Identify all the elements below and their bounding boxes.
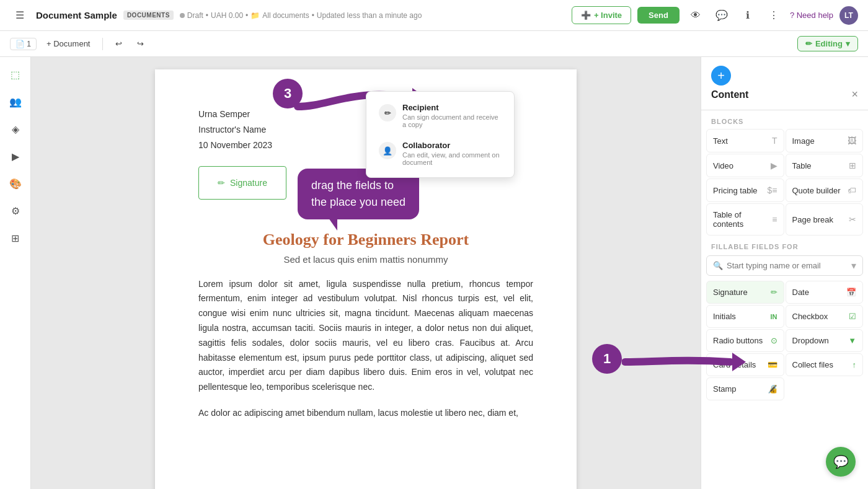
recipient-desc: Can sign document and receive a copy <box>402 113 502 128</box>
add-block-button[interactable]: + <box>711 66 731 86</box>
dropdown-recipient[interactable]: ✏ Recipient Can sign document and receiv… <box>371 97 509 134</box>
block-toc-label: Table of contents <box>713 210 772 229</box>
avatar: LT <box>839 6 858 25</box>
send-button[interactable]: Send <box>637 7 680 24</box>
block-text[interactable]: Text T <box>706 129 784 152</box>
block-image[interactable]: Image 🖼 <box>786 129 864 152</box>
block-page-break[interactable]: Page break ✂ <box>786 203 864 236</box>
block-table-label: Table <box>792 161 812 170</box>
toolbar-left: 📄 1 + Document ↩ ↪ <box>10 37 792 51</box>
field-checkbox-label: Checkbox <box>792 312 828 321</box>
block-quote-builder[interactable]: Quote builder 🏷 <box>786 178 864 202</box>
dropdown-arrow-icon: ▾ <box>851 260 856 271</box>
block-toc[interactable]: Table of contents ≡ <box>706 203 784 236</box>
field-signature-icon: ✏ <box>771 288 777 297</box>
block-image-label: Image <box>792 136 815 146</box>
chevron-down-icon: ▾ <box>846 39 850 48</box>
doc-body-p1: Lorem ipsum dolor sit amet, ligula suspe… <box>198 277 533 395</box>
fillable-search-input[interactable] <box>727 261 848 270</box>
editing-button[interactable]: ✏ Editing ▾ <box>797 36 858 51</box>
panel-close-button[interactable]: × <box>851 88 858 101</box>
field-signature[interactable]: Signature ✏ <box>706 281 784 304</box>
toolbar: 📄 1 + Document ↩ ↪ ✏ Editing ▾ <box>0 31 868 57</box>
field-stamp-icon: 🔏 <box>768 384 777 394</box>
toc-block-icon: ≡ <box>772 214 777 224</box>
svg-marker-1 <box>732 353 746 371</box>
text-block-icon: T <box>772 136 777 146</box>
blocks-section-title: BLOCKS <box>701 110 868 129</box>
left-sidebar: ⬚ 👥 ◈ ▶ 🎨 ⚙ ⊞ <box>0 57 31 489</box>
sidebar-item-people[interactable]: 👥 <box>4 90 27 113</box>
arrow-1 <box>622 340 746 377</box>
blocks-grid: Text T Image 🖼 Video ▶ Table ⊞ Pricing t… <box>701 129 868 236</box>
topbar-left: ☰ Document Sample DOCUMENTS Draft • UAH … <box>10 6 564 25</box>
more-icon[interactable]: ⋮ <box>764 6 784 25</box>
dropdown-collaborator[interactable]: 👤 Collaborator Can edit, view, and comme… <box>371 134 509 172</box>
info-icon[interactable]: ℹ <box>738 6 758 25</box>
collaborator-desc: Can edit, view, and comment on document <box>402 151 502 166</box>
toolbar-divider <box>102 38 103 50</box>
chat-button[interactable]: 💬 <box>826 447 856 477</box>
sidebar-item-settings[interactable]: ⚙ <box>4 200 27 222</box>
add-document-button[interactable]: + Document <box>42 37 95 51</box>
comment-icon[interactable]: 💬 <box>712 6 732 25</box>
field-dropdown[interactable]: Dropdown ▼ <box>786 329 864 352</box>
collaborator-icon: 👤 <box>379 142 396 159</box>
fillable-section-title: FILLABLE FIELDS FOR <box>706 243 863 255</box>
image-block-icon: 🖼 <box>848 136 856 146</box>
invite-button[interactable]: ➕ + Invite <box>572 6 631 24</box>
field-collect-label: Collect files <box>792 360 833 369</box>
field-dropdown-icon: ▼ <box>848 336 856 345</box>
block-pricing-table[interactable]: Pricing table $≡ <box>706 178 784 202</box>
annotation-bubble-text: drag the fields to the place you need <box>311 179 405 208</box>
field-date-label: Date <box>792 288 809 297</box>
folder-icon: 📁 <box>250 11 260 20</box>
signature-icon: ✏ <box>218 178 225 188</box>
annotation-1: 1 <box>592 344 622 374</box>
doc-body-p2: Ac dolor ac adipiscing amet bibendum nul… <box>198 406 533 421</box>
sidebar-item-grid[interactable]: ⊞ <box>4 227 27 249</box>
eye-icon[interactable]: 👁 <box>686 6 706 25</box>
field-date-icon: 📅 <box>846 288 856 297</box>
doc-title: Geology for Beginners Report <box>198 231 533 249</box>
field-stamp[interactable]: Stamp 🔏 <box>706 377 784 400</box>
block-video-label: Video <box>713 161 733 170</box>
status-text: Draft <box>187 11 203 20</box>
page-icon: 📄 <box>16 40 25 48</box>
field-collect-files[interactable]: Collect files ↑ <box>786 353 864 376</box>
field-initials[interactable]: Initials IN <box>706 305 784 328</box>
quote-block-icon: 🏷 <box>848 185 856 195</box>
collaborator-title: Collaborator <box>402 141 502 150</box>
invite-icon: ➕ <box>581 11 591 20</box>
field-signature-label: Signature <box>713 288 748 297</box>
field-card-icon: 💳 <box>768 360 777 369</box>
block-text-label: Text <box>713 136 728 146</box>
help-icon: ? Need help <box>790 11 833 20</box>
block-video[interactable]: Video ▶ <box>706 154 784 177</box>
right-panel: + Content × BLOCKS Text T Image 🖼 Video … <box>701 57 868 489</box>
sidebar-item-palette[interactable]: 🎨 <box>4 172 27 195</box>
sidebar-item-pages[interactable]: ⬚ <box>4 63 27 86</box>
field-checkbox[interactable]: Checkbox ☑ <box>786 305 864 328</box>
menu-icon[interactable]: ☰ <box>10 6 30 25</box>
main-area: ⬚ 👥 ◈ ▶ 🎨 ⚙ ⊞ ✏ Recipient Can sign docum… <box>0 57 868 489</box>
pagebreak-block-icon: ✂ <box>849 214 856 224</box>
sidebar-item-shapes[interactable]: ◈ <box>4 118 27 140</box>
sidebar-item-video[interactable]: ▶ <box>4 145 27 167</box>
undo-button[interactable]: ↩ <box>110 37 127 51</box>
field-date[interactable]: Date 📅 <box>786 281 864 304</box>
fillable-search-box[interactable]: 🔍 ▾ <box>706 255 863 276</box>
block-pricing-label: Pricing table <box>713 186 758 195</box>
block-table[interactable]: Table ⊞ <box>786 154 864 177</box>
field-collect-icon: ↑ <box>852 360 857 369</box>
pages-badge: 📄 1 <box>10 38 37 50</box>
redo-button[interactable]: ↪ <box>132 37 149 51</box>
signature-label: Signature <box>230 178 267 188</box>
field-dropdown-label: Dropdown <box>792 336 829 345</box>
pricing-block-icon: $≡ <box>768 185 777 195</box>
recipient-title: Recipient <box>402 103 502 112</box>
topbar-right: ➕ + Invite Send 👁 💬 ℹ ⋮ ? Need help LT <box>572 6 858 25</box>
recipient-icon: ✏ <box>379 104 396 121</box>
search-icon: 🔍 <box>713 261 723 270</box>
signature-field[interactable]: ✏ Signature <box>198 166 286 200</box>
